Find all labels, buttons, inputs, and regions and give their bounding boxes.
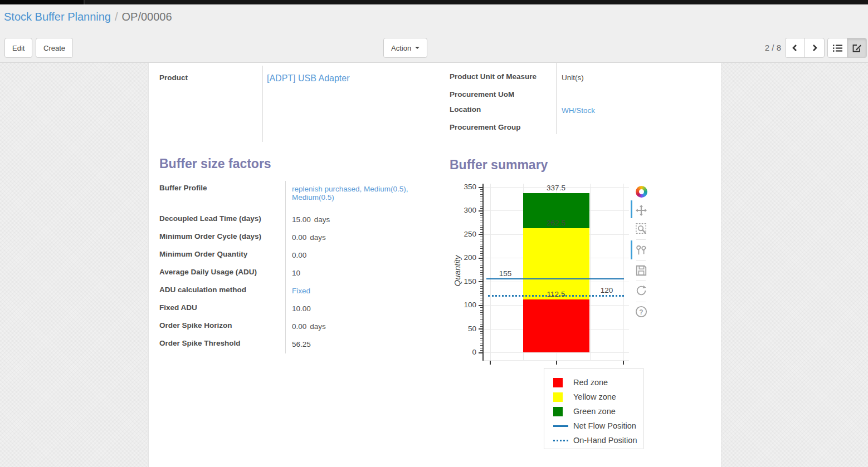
- list-view-button[interactable]: [827, 38, 847, 58]
- view-switcher: [827, 38, 867, 58]
- plotly-logo-icon: [636, 186, 647, 198]
- modebar-button-compare-hover[interactable]: [635, 244, 648, 257]
- field-value-product: [ADPT] USB Adapter: [267, 73, 350, 83]
- legend-swatch-cell: [553, 407, 573, 416]
- chart-annotation-155: 155: [499, 269, 512, 278]
- legend-swatch-red-zone: [553, 378, 563, 387]
- y-axis-major-tick: [479, 210, 482, 212]
- modebar-divider: [636, 302, 646, 302]
- svg-text:?: ?: [639, 308, 643, 316]
- zone-bar-red-zone[interactable]: [523, 299, 589, 352]
- y-axis-major-tick: [479, 234, 482, 235]
- chevron-right-icon: [811, 44, 818, 52]
- left-group-separator: [262, 66, 263, 142]
- factors-separator: [285, 181, 286, 353]
- modebar-divider: [636, 239, 646, 240]
- legend-item-yellow-zone[interactable]: Yellow zone: [553, 390, 643, 404]
- legend-item-green-zone[interactable]: Green zone: [553, 404, 643, 419]
- buffer-summary-title: Buffer summary: [450, 158, 548, 173]
- factor-value-text: 0.00: [292, 322, 306, 331]
- legend-label-red-zone: Red zone: [573, 378, 608, 387]
- factor-value-link-adu-calculation-method[interactable]: Fixed: [292, 287, 310, 295]
- legend-label-green-zone: Green zone: [573, 407, 616, 416]
- legend-swatch-cell: [553, 392, 573, 402]
- edit-button[interactable]: Edit: [4, 38, 32, 58]
- x-axis-tick: [556, 361, 557, 365]
- legend-item-net-flow-position[interactable]: Net Flow Position: [553, 419, 643, 433]
- modebar-divider: [636, 260, 646, 261]
- y-axis-tick-label: 0: [452, 348, 476, 356]
- field-label-procurement-group: Procurement Group: [450, 123, 521, 131]
- factor-value-minimum-order-cycle-days: 0.00days: [292, 233, 432, 242]
- modebar-button-box-zoom[interactable]: [635, 222, 648, 235]
- pager-previous-button[interactable]: [785, 38, 805, 58]
- y-axis-major-tick: [479, 328, 482, 330]
- field-label-location: Location: [450, 105, 481, 114]
- factor-value-text: 0.00: [292, 251, 306, 259]
- factor-value-text: 56.25: [292, 340, 311, 348]
- factor-value-text: 15.00: [292, 215, 311, 224]
- form-sheet: Product [ADPT] USB Adapter Product Unit …: [148, 63, 721, 467]
- help-icon: ?: [635, 306, 647, 318]
- create-button[interactable]: Create: [36, 38, 73, 58]
- legend-swatch-green-zone: [553, 407, 563, 416]
- list-icon: [833, 44, 842, 52]
- x-axis-tick: [623, 361, 624, 365]
- factor-label-buffer-profile: Buffer Profile: [159, 184, 207, 192]
- factor-value-decoupled-lead-time-days: 15.00days: [292, 215, 432, 224]
- horizontal-gridline: [483, 352, 629, 353]
- pager-next-button[interactable]: [804, 38, 825, 58]
- buffer-chart-plot-area[interactable]: 050100150200250300350337.5262.5112.51551…: [483, 184, 629, 361]
- modebar-button-plotly-logo[interactable]: [635, 185, 648, 198]
- factor-value-text: 10.00: [292, 304, 311, 313]
- modebar-active-indicator: [631, 240, 632, 259]
- y-axis-tick-label: 350: [452, 183, 476, 191]
- legend-item-red-zone[interactable]: Red zone: [553, 375, 643, 390]
- browser-top-bar: [0, 0, 868, 4]
- field-label-product-unit-of-measure: Product Unit of Measure: [450, 72, 537, 81]
- legend-label-yellow-zone: Yellow zone: [573, 392, 616, 401]
- factor-value-fixed-adu: 10.00: [292, 304, 432, 313]
- legend-swatch-cell: [553, 378, 573, 387]
- content-background: Product [ADPT] USB Adapter Product Unit …: [0, 63, 868, 467]
- right-group-separator: [556, 63, 557, 134]
- line-net-flow-position[interactable]: [486, 278, 624, 279]
- factor-value-order-spike-threshold: 56.25: [292, 340, 432, 348]
- chart-annotation-112-5: 112.5: [547, 290, 565, 298]
- y-axis-tick-label: 50: [452, 325, 476, 333]
- modebar-button-pan[interactable]: [635, 204, 648, 217]
- factor-value-minimum-order-quantity: 0.00: [292, 251, 432, 259]
- edit-form-icon: [852, 43, 862, 53]
- factor-label-minimum-order-quantity: Minimum Order Quantity: [159, 250, 247, 258]
- product-value-link[interactable]: [ADPT] USB Adapter: [267, 73, 350, 83]
- modebar-active-indicator: [631, 200, 632, 218]
- legend-item-on-hand-position[interactable]: On-Hand Position: [553, 433, 643, 448]
- modebar-button-reset[interactable]: [635, 284, 648, 297]
- legend-label-net-flow-position: Net Flow Position: [573, 421, 636, 430]
- buffer-size-factors-title: Buffer size factors: [159, 156, 271, 171]
- modebar-divider: [636, 281, 646, 281]
- factor-value-buffer-profile[interactable]: replenish purchased, Medium(0.5), Medium…: [292, 185, 432, 201]
- chart-annotation-262-5: 262.5: [547, 219, 565, 227]
- form-view-button[interactable]: [847, 38, 867, 58]
- modebar-button-save[interactable]: [635, 264, 648, 277]
- factor-value-adu-calculation-method[interactable]: Fixed: [292, 287, 432, 295]
- y-axis-major-tick: [479, 352, 482, 353]
- modebar-button-help[interactable]: ?: [635, 305, 648, 318]
- action-dropdown-button[interactable]: Action: [383, 38, 427, 58]
- zone-bar-yellow-zone[interactable]: [523, 228, 589, 299]
- legend-swatch-yellow-zone: [553, 392, 563, 402]
- browser-tab-remnant: [0, 0, 85, 4]
- chart-annotation-337-5: 337.5: [547, 184, 565, 192]
- field-value-link-location[interactable]: WH/Stock: [562, 106, 595, 115]
- factor-label-average-daily-usage-adu: Average Daily Usage (ADU): [159, 268, 257, 276]
- reset-icon: [635, 284, 647, 297]
- y-axis-tick-label: 150: [452, 277, 476, 286]
- y-axis-major-tick: [479, 187, 482, 188]
- factor-label-adu-calculation-method: ADU calculation method: [159, 286, 246, 294]
- breadcrumb-link-stock-buffer-planning[interactable]: Stock Buffer Planning: [4, 11, 111, 23]
- pager-counter: 2 / 8: [755, 43, 781, 52]
- pan-icon: [635, 204, 647, 217]
- factor-value-order-spike-horizon: 0.00days: [292, 322, 432, 331]
- factor-value-link-buffer-profile[interactable]: replenish purchased, Medium(0.5), Medium…: [292, 185, 408, 201]
